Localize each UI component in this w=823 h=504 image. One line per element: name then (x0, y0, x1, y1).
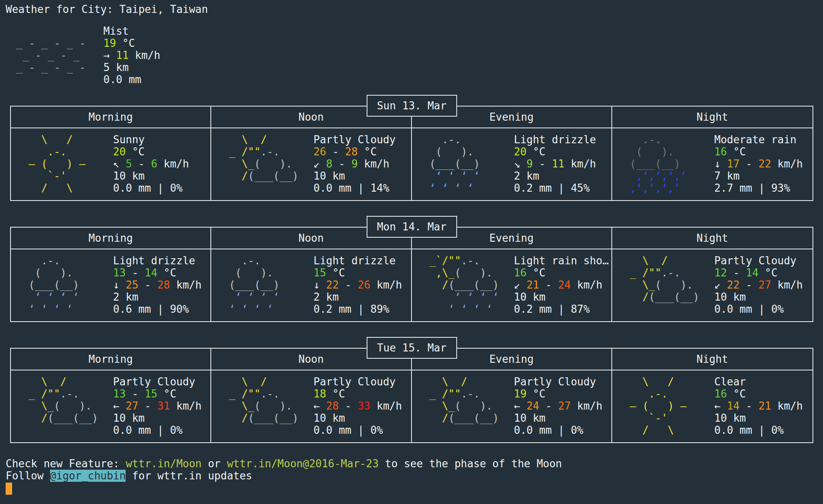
column-header-morning: Morning (11, 228, 211, 249)
visibility: 10 km (514, 291, 609, 303)
footer-text: or (202, 458, 227, 470)
mist-icon: _ - _ - _ - _ - _ - _ _ - _ - _ - (16, 25, 103, 86)
value: 20 (514, 146, 527, 158)
visibility: 10 km (113, 170, 189, 182)
value: 5 (126, 158, 132, 170)
visibility: 5 km (103, 61, 160, 73)
value: 8 (326, 158, 333, 170)
condition-label: Light drizzle (313, 255, 402, 267)
day-header: Sun 13. Mar (366, 95, 457, 117)
wind: ↙ 21 - 24 km/h (514, 279, 609, 291)
day-section-sun: Sun 13. Mar Morning Noon Evening Night \… (10, 106, 813, 201)
weather-cell: \ / _ /"".-. \_( ). /(___(__) Partly Clo… (11, 370, 211, 442)
precipitation: 0.0 mm | 0% (514, 424, 603, 436)
weather-cell: \ / _ /"".-. \_( ). /(___(__) Partly Clo… (412, 370, 612, 442)
page-title: Weather for City: Taipei, Taiwan (0, 0, 823, 15)
value: 22 (727, 279, 739, 291)
visibility: 10 km (514, 412, 603, 424)
condition-label: Partly Cloudy (313, 376, 402, 388)
value: 15 (145, 388, 157, 400)
temperature: 12 - 14 °C (714, 267, 803, 279)
value: 20 (113, 146, 126, 158)
wind: ↓ 25 - 28 km/h (113, 279, 202, 291)
value: 18 (313, 388, 326, 400)
value: 27 (758, 279, 771, 291)
partly-cloudy-icon: \ / _ /"".-. \_( ). /(___(__) (223, 134, 313, 200)
forecast-table: Morning Noon Evening Night .-. ( ). (___… (10, 227, 813, 322)
wind: ← 24 - 27 km/h (514, 400, 603, 412)
value: 24 (527, 400, 539, 412)
forecast-table: Morning Noon Evening Night \ / _ /"".-. … (10, 348, 813, 443)
footer-text: for wttr.in updates (126, 470, 252, 482)
footer-text: Follow (6, 470, 50, 482)
value: 28 (157, 279, 170, 291)
day-header: Mon 14. Mar (366, 216, 457, 238)
condition-label: Light rain sho… (514, 255, 609, 267)
condition-label: Moderate rain (714, 134, 803, 146)
column-header-night: Night (612, 107, 813, 128)
value: 21 (527, 279, 539, 291)
value: 28 (345, 146, 358, 158)
column-header-morning: Morning (11, 107, 211, 128)
weather-cell: .-. ( ). (___(__) ‘ ‘ ‘ ‘ ‘ ‘ ‘ ‘Light d… (412, 128, 612, 200)
day-label: Tue 15. Mar (377, 342, 446, 354)
visibility: 10 km (113, 412, 202, 424)
visibility: 2 km (113, 291, 202, 303)
wind: ← 28 - 33 km/h (313, 400, 402, 412)
value: 15 (313, 267, 326, 279)
value: 31 (157, 400, 170, 412)
value: 16 (714, 146, 727, 158)
wind: ↖ 5 - 6 km/h (113, 158, 189, 170)
value: 25 (126, 279, 138, 291)
wind: ↙ 8 - 9 km/h (313, 158, 396, 170)
condition-label: Partly Cloudy (313, 134, 396, 146)
value: 9 (527, 158, 533, 170)
value: 9 (351, 158, 358, 170)
visibility: 7 km (714, 170, 803, 182)
temperature: 13 - 15 °C (113, 388, 202, 400)
value: 26 (358, 279, 370, 291)
value: 13 (113, 388, 126, 400)
wind: ↘ 9 - 11 km/h (514, 158, 596, 170)
weather-cell: .-. ( ). (___(__) ‘ ‘ ‘ ‘ ‘ ‘ ‘ ‘Light d… (211, 249, 412, 321)
wind: ← 27 - 31 km/h (113, 400, 202, 412)
forecast-table: Morning Noon Evening Night \ / .-. ― ( )… (10, 106, 813, 201)
light-drizzle-icon: .-. ( ). (___(__) ‘ ‘ ‘ ‘ ‘ ‘ ‘ ‘ (22, 255, 113, 321)
value: 22 (758, 158, 771, 170)
weather-cell: \ / .-. ― ( ) ― `-' / \Sunny20 °C↖ 5 - 6… (11, 128, 211, 200)
temperature: 26 - 28 °C (313, 146, 396, 158)
column-header-morning: Morning (11, 349, 211, 370)
current-readout: Mist19 °C→ 11 km/h5 km0.0 mm (103, 25, 160, 86)
weather-cell: \ / .-. ― ( ) ― `-' / \Clear16 °C← 14 - … (612, 370, 813, 442)
day-label: Sun 13. Mar (377, 100, 446, 112)
light-drizzle-icon: .-. ( ). (___(__) ‘ ‘ ‘ ‘ ‘ ‘ ‘ ‘ (423, 134, 514, 200)
value: 6 (151, 158, 157, 170)
condition-label: Partly Cloudy (714, 255, 803, 267)
weather-cell: \ / _ /"".-. \_( ). /(___(__) Partly Clo… (211, 128, 412, 200)
visibility: 2 km (313, 291, 402, 303)
wind: ← 14 - 21 km/h (714, 400, 803, 412)
precipitation: 0.0 mm | 0% (113, 424, 202, 436)
wind: → 11 km/h (103, 49, 160, 61)
footer-text: to see the phase of the Moon (379, 458, 562, 470)
condition-label: Sunny (113, 134, 189, 146)
value: 33 (358, 400, 370, 412)
value: 16 (514, 267, 527, 279)
temperature: 19 °C (514, 388, 603, 400)
moon-link[interactable]: wttr.in/Moon (126, 458, 202, 470)
temperature: 13 - 14 °C (113, 267, 202, 279)
value: 11 (116, 49, 128, 61)
wttr-terminal: Weather for City: Taipei, Taiwan _ - _ -… (0, 0, 823, 504)
temperature: 18 °C (313, 388, 402, 400)
weather-cell: _`/"".-. ,\_( ). /(___(__) ‘ ‘ ‘ ‘ ‘ ‘ ‘… (412, 249, 612, 321)
twitter-handle[interactable]: @igor_chubin (50, 470, 126, 482)
footer-feature-line: Check new Feature: wttr.in/Moon or wttr.… (6, 458, 823, 470)
current-conditions: _ - _ - _ - _ - _ - _ _ - _ - _ - Mist19… (16, 25, 823, 86)
condition-label: Light drizzle (514, 134, 596, 146)
temperature: 15 °C (313, 267, 402, 279)
weather-cell: \ / _ /"".-. \_( ). /(___(__) Partly Clo… (211, 370, 412, 442)
moon-date-link[interactable]: wttr.in/Moon@2016-Mar-23 (227, 458, 379, 470)
partly-cloudy-icon: \ / _ /"".-. \_( ). /(___(__) (223, 376, 313, 442)
weather-cell: .-. ( ). (___(__) ‚‘‚‘‚‘‚‘ ‚‘‚‘‚‘‚‘Moder… (612, 128, 813, 200)
value: 27 (558, 400, 571, 412)
